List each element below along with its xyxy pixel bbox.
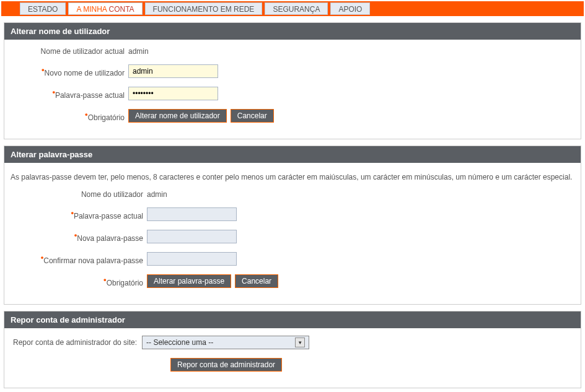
row-new-password: •Nova palavra-passe xyxy=(11,230,574,243)
section-header: Alterar nome de utilizador xyxy=(4,23,581,40)
nav-tab-apoio[interactable]: APOIO xyxy=(330,2,370,15)
input-current-password[interactable] xyxy=(128,87,218,100)
row-confirm-password: •Confirmar nova palavra-passe xyxy=(11,252,574,266)
top-nav-bar: ESTADO A MINHA CONTA FUNCIONAMENTO EM RE… xyxy=(1,1,584,16)
label-new-username: •Novo nome de utilizador xyxy=(11,65,128,77)
change-password-button[interactable]: Alterar palavra-passe xyxy=(147,274,231,288)
row-reset-select: Repor conta de administrador do site: --… xyxy=(11,336,574,349)
row-reset-action: Repor conta de administrador xyxy=(11,358,574,372)
label-confirm-password: •Confirmar nova palavra-passe xyxy=(11,253,147,265)
change-username-button[interactable]: Alterar nome de utilizador xyxy=(128,109,227,123)
select-site[interactable]: -- Seleccione uma -- ▼ xyxy=(142,336,309,349)
input-confirm-password[interactable] xyxy=(147,252,237,266)
reset-admin-button[interactable]: Repor conta de administrador xyxy=(170,358,282,372)
nav-tab-estado[interactable]: ESTADO xyxy=(20,2,66,15)
row-required-actions: •Obrigatório Alterar palavra-passe Cance… xyxy=(11,274,574,288)
row-new-username: •Novo nome de utilizador xyxy=(11,64,574,78)
password-info-text: As palavras-passe devem ter, pelo menos,… xyxy=(11,170,574,190)
row-required-actions: •Obrigatório Alterar nome de utilizador … xyxy=(11,109,574,123)
label-required: •Obrigatório xyxy=(11,110,128,122)
chevron-down-icon: ▼ xyxy=(295,338,305,347)
row-username: Nome do utilizador admin xyxy=(11,190,574,199)
label-current-password: •Palavra-passe actual xyxy=(11,87,128,100)
label-current-username: Nome de utilizador actual xyxy=(11,47,128,56)
label-reset-admin: Repor conta de administrador do site: xyxy=(11,338,142,347)
section-change-password: Alterar palavra-passe As palavras-passe … xyxy=(4,146,581,305)
value-current-username: admin xyxy=(128,47,149,56)
input-current-password-2[interactable] xyxy=(147,207,237,221)
section-reset-admin: Repor conta de administrador Repor conta… xyxy=(4,311,581,388)
nav-tab-funcionamento[interactable]: FUNCIONAMENTO EM REDE xyxy=(145,2,263,15)
cancel-password-button[interactable]: Cancelar xyxy=(235,274,278,288)
nav-tab-label-second: CONTA xyxy=(108,5,134,14)
nav-tab-seguranca[interactable]: SEGURANÇA xyxy=(265,2,328,15)
section-body: Repor conta de administrador do site: --… xyxy=(4,328,581,388)
row-current-username: Nome de utilizador actual admin xyxy=(11,47,574,56)
nav-tab-label: ESTADO xyxy=(28,5,58,14)
label-username: Nome do utilizador xyxy=(11,190,147,199)
section-body: As palavras-passe devem ter, pelo menos,… xyxy=(4,163,581,304)
section-header: Repor conta de administrador xyxy=(4,311,581,328)
section-change-username: Alterar nome de utilizador Nome de utili… xyxy=(4,22,581,139)
label-required: •Obrigatório xyxy=(11,275,147,287)
nav-tab-label: FUNCIONAMENTO EM REDE xyxy=(153,5,255,14)
label-current-password: •Palavra-passe actual xyxy=(11,208,147,220)
value-username: admin xyxy=(147,190,167,199)
cancel-username-button[interactable]: Cancelar xyxy=(231,109,274,123)
nav-tab-label: SEGURANÇA xyxy=(273,5,320,14)
row-current-password: •Palavra-passe actual xyxy=(11,87,574,100)
label-new-password: •Nova palavra-passe xyxy=(11,230,147,243)
input-new-username[interactable] xyxy=(128,64,218,78)
input-new-password[interactable] xyxy=(147,230,237,243)
nav-tab-label: APOIO xyxy=(338,5,362,14)
row-current-password: •Palavra-passe actual xyxy=(11,207,574,221)
section-body: Nome de utilizador actual admin •Novo no… xyxy=(4,40,581,139)
nav-tab-minha-conta[interactable]: A MINHA CONTA xyxy=(68,2,142,15)
select-placeholder: -- Seleccione uma -- xyxy=(146,338,213,347)
nav-tab-label-first: A MINHA xyxy=(76,5,108,14)
section-header: Alterar palavra-passe xyxy=(4,146,581,163)
